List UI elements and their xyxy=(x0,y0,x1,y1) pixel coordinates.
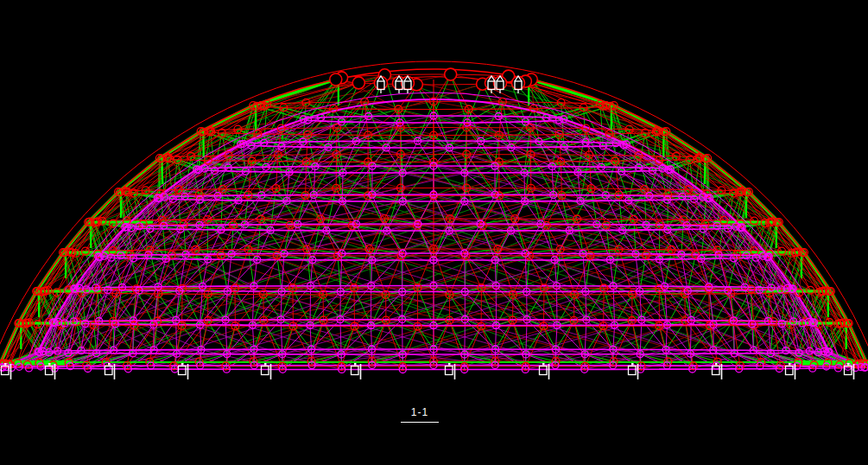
cad-viewport[interactable]: 1-1 xyxy=(0,0,868,465)
section-label-text: 1-1 xyxy=(411,406,428,418)
truss-elevation-drawing xyxy=(0,0,868,465)
section-label: 1-1 xyxy=(401,406,439,423)
